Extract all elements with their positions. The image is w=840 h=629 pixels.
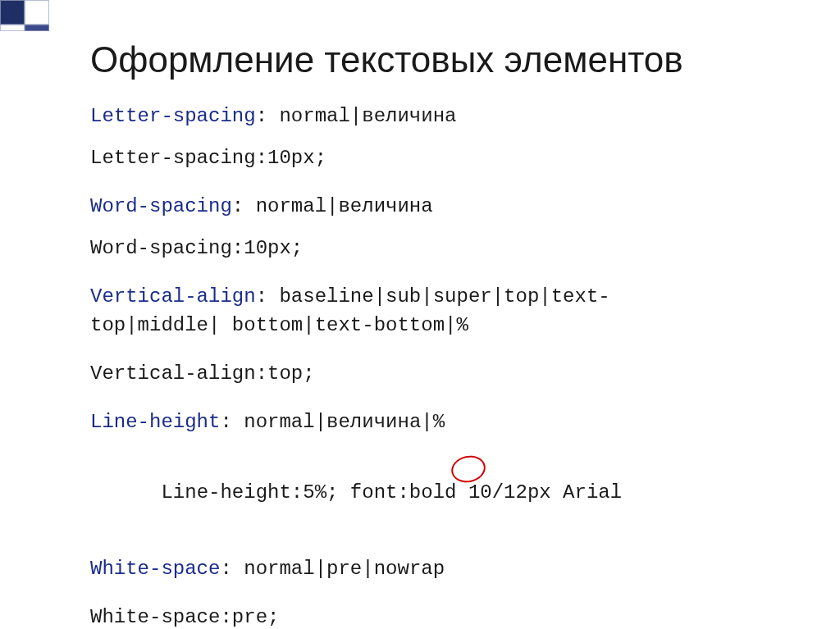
slide-title: Оформление текстовых элементов <box>90 39 683 80</box>
css-example: Line-height:5%; font:bold 10/12px Arial <box>161 481 622 504</box>
red-circle-annotation <box>449 453 488 485</box>
css-value: : normal|величина <box>232 195 433 217</box>
css-value: : baseline|sub|super|top|text- <box>256 285 610 308</box>
slide-content: Letter-spacing: normal|величина Letter-s… <box>90 105 791 629</box>
code-line: Word-spacing:10px; <box>90 237 791 259</box>
css-property: Vertical-align <box>90 285 256 308</box>
code-line: Vertical-align:top; <box>90 362 791 385</box>
code-line: top|middle| bottom|text-bottom|% <box>90 314 791 336</box>
css-value: : normal|величина <box>256 105 457 127</box>
deco-square <box>25 0 49 25</box>
deco-square <box>25 25 49 31</box>
css-property: Letter-spacing <box>90 105 256 127</box>
css-value: : normal|величина|% <box>220 411 445 433</box>
css-value: : normal|pre|nowrap <box>220 558 445 580</box>
css-property: White-space <box>90 558 220 580</box>
deco-square <box>0 25 25 31</box>
code-line: Vertical-align: baseline|sub|super|top|t… <box>90 285 791 308</box>
code-line: White-space: normal|pre|nowrap <box>90 558 791 580</box>
code-line: Line-height: normal|величина|% <box>90 411 791 433</box>
code-line: Line-height:5%; font:bold 10/12px Arial <box>90 459 791 548</box>
code-line: Letter-spacing:10px; <box>90 147 791 169</box>
css-property: Line-height <box>90 411 220 433</box>
code-line: Word-spacing: normal|величина <box>90 195 791 217</box>
deco-square <box>0 0 25 25</box>
css-property: Word-spacing <box>90 195 232 217</box>
slide: Оформление текстовых элементов Letter-sp… <box>0 0 840 629</box>
corner-decoration <box>0 0 107 31</box>
code-line: White-space:pre; <box>90 606 791 628</box>
code-line: Letter-spacing: normal|величина <box>90 105 791 127</box>
